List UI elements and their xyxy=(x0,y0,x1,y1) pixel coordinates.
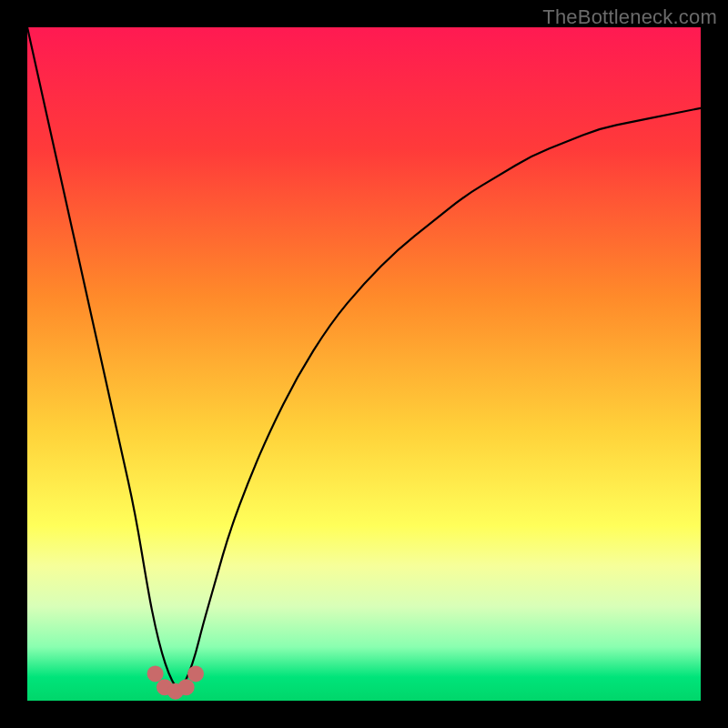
valley-marker xyxy=(178,679,195,695)
plot-area xyxy=(27,27,701,701)
valley-marker xyxy=(147,665,164,682)
bottleneck-chart xyxy=(27,27,701,701)
valley-marker xyxy=(187,665,204,682)
chart-frame: TheBottleneck.com xyxy=(0,0,728,728)
watermark-text: TheBottleneck.com xyxy=(542,5,717,29)
